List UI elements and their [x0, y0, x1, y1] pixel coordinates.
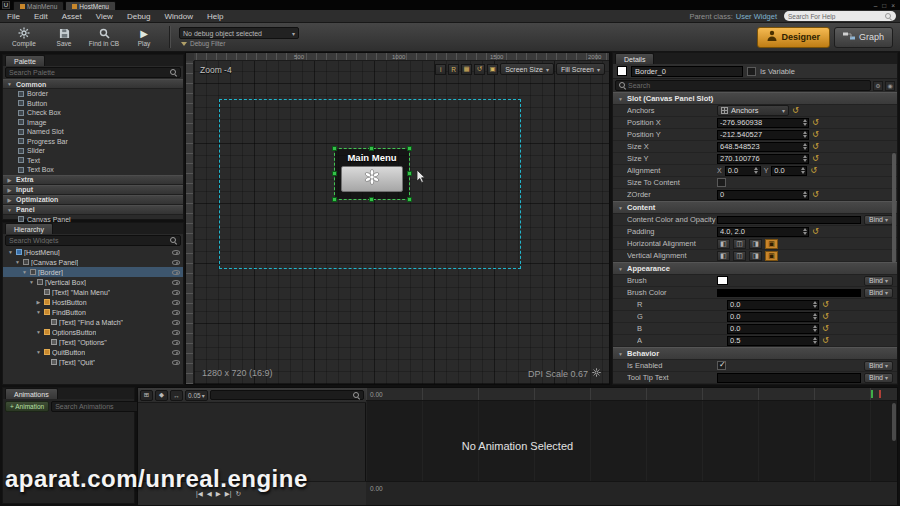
reset-to-default-icon[interactable]: ↺: [812, 228, 819, 236]
spinner-icon[interactable]: [801, 143, 808, 150]
chevron-icon[interactable]: ▼: [14, 259, 21, 265]
menu-item-edit[interactable]: Edit: [27, 10, 55, 23]
visibility-eye-icon[interactable]: [172, 260, 180, 265]
timeline-bottom-ruler[interactable]: 0.00: [366, 481, 897, 505]
reset-to-default-icon[interactable]: ↺: [812, 155, 819, 163]
spinner-icon[interactable]: [811, 325, 818, 332]
menu-item-window[interactable]: Window: [157, 10, 199, 23]
visibility-eye-icon[interactable]: [172, 310, 180, 315]
visibility-eye-icon[interactable]: [172, 250, 180, 255]
timeline-tool-button-2[interactable]: ↔: [170, 390, 183, 401]
palette-item-image[interactable]: Image: [3, 118, 183, 128]
designer-mode-button[interactable]: Designer: [757, 27, 830, 48]
palette-item-button[interactable]: Button: [3, 99, 183, 109]
designer-mini-button-4[interactable]: ▣: [487, 64, 498, 75]
reset-to-default-icon[interactable]: ↺: [822, 325, 829, 333]
selection-handle[interactable]: [332, 146, 337, 151]
help-search-input[interactable]: [788, 13, 883, 20]
selection-handle[interactable]: [369, 146, 374, 151]
reset-to-default-icon[interactable]: ↺: [822, 301, 829, 309]
minimize-button[interactable]: –: [874, 2, 878, 9]
hierarchy-item-border[interactable]: ▼[Border]: [3, 267, 183, 277]
details-size-y-input[interactable]: [718, 154, 801, 163]
find-in-cb-button[interactable]: Find in CB: [84, 24, 124, 51]
selection-handle[interactable]: [332, 171, 337, 176]
details-r-input[interactable]: [728, 300, 811, 309]
details-alignment-input[interactable]: [772, 166, 799, 175]
reset-to-default-icon[interactable]: ↺: [792, 107, 799, 115]
tab-hierarchy[interactable]: Hierarchy: [5, 223, 53, 234]
reset-to-default-icon[interactable]: ↺: [822, 337, 829, 345]
details-padding-input[interactable]: [718, 227, 801, 236]
spinner-icon[interactable]: [799, 167, 806, 174]
details-appearance-section[interactable]: ▼Appearance: [613, 262, 897, 275]
align-right-button[interactable]: ◨: [749, 251, 762, 261]
tab-palette[interactable]: Palette: [5, 55, 45, 66]
visibility-eye-icon[interactable]: [172, 320, 180, 325]
help-search-box[interactable]: [784, 11, 896, 21]
palette-item-named-slot[interactable]: Named Slot: [3, 127, 183, 137]
spinner-icon[interactable]: [801, 228, 808, 235]
fill-screen-dropdown[interactable]: Fill Screen ▾: [556, 63, 605, 75]
save-button[interactable]: Save: [44, 24, 84, 51]
filter-gear-icon[interactable]: ⚙: [873, 81, 883, 91]
reset-to-default-icon[interactable]: ↺: [812, 143, 819, 151]
details-brush-color-color-bar[interactable]: [717, 289, 861, 297]
palette-item-text-box[interactable]: Text Box: [3, 165, 183, 175]
designer-mini-button-0[interactable]: i: [435, 64, 446, 75]
align-center-button[interactable]: ◫: [733, 251, 746, 261]
palette-item-border[interactable]: Border: [3, 89, 183, 99]
chevron-icon[interactable]: ▶: [35, 299, 42, 305]
snap-interval-dropdown[interactable]: 0.05 ▾: [185, 390, 208, 401]
visibility-eye-icon[interactable]: [172, 330, 180, 335]
palette-group-optimization[interactable]: ▶Optimization: [3, 195, 183, 205]
reset-to-default-icon[interactable]: ↺: [812, 191, 819, 199]
align-right-button[interactable]: ◨: [749, 239, 762, 249]
palette-item-check-box[interactable]: Check Box: [3, 108, 183, 118]
details-zorder-input[interactable]: [718, 190, 801, 199]
playback-range-end-marker[interactable]: [879, 390, 881, 398]
hierarchy-item-text-options[interactable]: [Text] "Options": [3, 337, 183, 347]
canvas-viewport[interactable]: Zoom -4 iR▦↺▣ Screen Size ▾ Fill Screen …: [194, 61, 609, 384]
details-is-enabled-bind-button[interactable]: Bind▾: [864, 361, 893, 371]
visibility-eye-icon[interactable]: [172, 350, 180, 355]
reset-to-default-icon[interactable]: ↺: [822, 313, 829, 321]
hierarchy-item-text-find-a-match[interactable]: [Text] "Find a Match": [3, 317, 183, 327]
chevron-icon[interactable]: ▼: [7, 249, 14, 255]
details-search-box[interactable]: [615, 80, 871, 91]
details-slot-canvas-panel-slot-section[interactable]: ▼Slot (Canvas Panel Slot): [613, 92, 897, 105]
palette-item-progress-bar[interactable]: Progress Bar: [3, 137, 183, 147]
visibility-eye-icon[interactable]: [172, 300, 180, 305]
spinner-icon[interactable]: [801, 119, 808, 126]
details-tool-tip-text-input[interactable]: [718, 373, 860, 382]
hierarchy-item-hostmenu[interactable]: ▼[HostMenu]: [3, 247, 183, 257]
is-variable-checkbox[interactable]: [747, 67, 756, 76]
selection-handle[interactable]: [407, 171, 412, 176]
tab-animations[interactable]: Animations: [5, 388, 58, 399]
hierarchy-item-text-main-menu[interactable]: [Text] "Main Menu": [3, 287, 183, 297]
details-a-input[interactable]: [728, 336, 811, 345]
align-left-button[interactable]: ◧: [717, 251, 730, 261]
timeline-tool-button-1[interactable]: ◆: [155, 390, 168, 401]
widget-name-input[interactable]: [631, 66, 743, 77]
timeline-search-box[interactable]: [210, 390, 364, 400]
playback-range-start-marker[interactable]: [871, 390, 873, 398]
timeline-tool-button-0[interactable]: ⊞: [140, 390, 153, 401]
details-size-x-input[interactable]: [718, 142, 801, 151]
menu-item-debug[interactable]: Debug: [120, 10, 158, 23]
menu-item-file[interactable]: File: [0, 10, 27, 23]
hierarchy-item-hostbutton[interactable]: ▶HostButton: [3, 297, 183, 307]
selection-handle[interactable]: [407, 146, 412, 151]
spinner-icon[interactable]: [811, 301, 818, 308]
details-search-input[interactable]: [628, 82, 867, 89]
palette-item-text[interactable]: Text: [3, 156, 183, 166]
details-content-color-and-opacity-color-bar[interactable]: [717, 216, 861, 224]
spinner-icon[interactable]: [801, 155, 808, 162]
selection-handle[interactable]: [369, 197, 374, 202]
chevron-icon[interactable]: ▼: [35, 309, 42, 315]
palette-search-input[interactable]: [9, 69, 168, 76]
hierarchy-item-vertical-box[interactable]: ▼[Vertical Box]: [3, 277, 183, 287]
details-scrollbar[interactable]: [892, 153, 896, 263]
timeline-scrollbar[interactable]: [892, 403, 896, 441]
spinner-icon[interactable]: [801, 191, 808, 198]
